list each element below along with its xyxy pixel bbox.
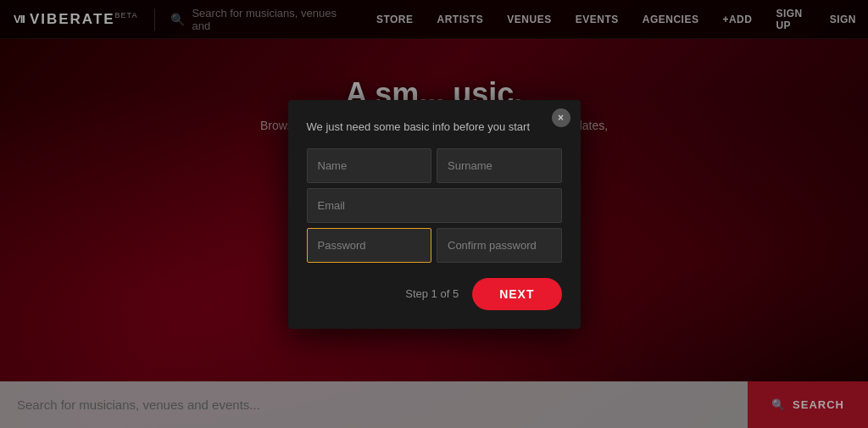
modal-footer: Step 1 of 5 NEXT	[307, 278, 562, 310]
signup-modal: × We just need some basic info before yo…	[288, 100, 581, 329]
confirm-password-input[interactable]	[437, 228, 562, 263]
email-input[interactable]	[307, 188, 562, 223]
next-button[interactable]: NEXT	[472, 278, 561, 310]
name-surname-row	[307, 148, 562, 183]
password-row	[307, 228, 562, 263]
step-indicator: Step 1 of 5	[405, 287, 459, 300]
password-input[interactable]	[307, 228, 432, 263]
surname-input[interactable]	[437, 148, 562, 183]
name-input[interactable]	[307, 148, 432, 183]
modal-close-button[interactable]: ×	[552, 108, 570, 127]
modal-title: We just need some basic info before you …	[307, 120, 562, 133]
modal-overlay: × We just need some basic info before yo…	[0, 0, 868, 428]
